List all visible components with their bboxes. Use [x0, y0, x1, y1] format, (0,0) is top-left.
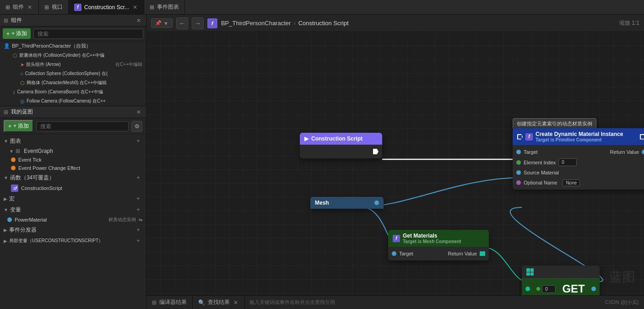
tree-item-capsule[interactable]: ⬡ 胶囊体组件 (CollisionCylinder) 在C++中编 [0, 51, 146, 60]
add-blueprint-button[interactable]: + + 添加 [4, 120, 33, 132]
add-component-button[interactable]: + + 添加 [3, 28, 31, 39]
node-mesh[interactable]: Mesh [310, 197, 384, 209]
source-material-label: Source Material [524, 170, 559, 175]
breadcrumb: BP_ThirdPersonCharacter › Construction S… [221, 20, 349, 27]
variable-power-material[interactable]: PowerMaterial 材质动态实例 ⇆ [0, 215, 146, 224]
section-graph[interactable]: ▼ 图表 + [0, 136, 146, 146]
array-col2 [482, 251, 483, 256]
node-construction-script[interactable]: ▶ Construction Script [300, 133, 382, 158]
bp-add-label: + 添加 [13, 122, 29, 130]
section-functions[interactable]: ▼ 函数（34可覆盖） + [0, 172, 146, 183]
cdmi-exec-out[interactable] [640, 134, 644, 140]
tree-construction-label: ConstructionScript [21, 185, 62, 191]
eventgraph-icon: ⊞ [150, 4, 154, 11]
components-close-btn[interactable]: ✕ [135, 17, 142, 24]
cdmi-pin-optional: Optional Name None [513, 178, 644, 188]
forward-button[interactable]: → [192, 17, 204, 29]
back-button[interactable]: ← [176, 17, 188, 29]
cdmi-exec-in[interactable] [517, 134, 523, 140]
bottom-credit: CSDN @[小瓜] [599, 296, 644, 309]
tree-event-power[interactable]: Event Power Change Effect [0, 164, 146, 172]
tab-components-close[interactable]: ✕ [27, 4, 33, 11]
node-get-materials[interactable]: f Get Materials Target is Mesh Component… [388, 230, 489, 260]
search-icon: 🔍 [198, 299, 205, 306]
tab-construction-close[interactable]: ✕ [132, 4, 138, 11]
chevron-functions-icon: ▼ [4, 175, 8, 180]
mesh-header: Mesh [310, 197, 384, 209]
section-local-vars[interactable]: ▶ 局部变量（USERCONSTRUCTIONSCRIPT） + [0, 235, 146, 246]
exec-out-pin[interactable] [373, 149, 379, 154]
tree-item-mesh-label: 网格体 (CharacterMesh0) 在C++中编辑 [27, 80, 107, 86]
section-dispatchers[interactable]: ▶ 事件分发器 + [0, 224, 146, 235]
section-macro-add[interactable]: + [134, 195, 142, 203]
source-material-pin[interactable] [516, 170, 521, 175]
tab-eventgraph-label: 事件图表 [157, 3, 179, 11]
chevron-eventgraph-icon: ▼ [9, 149, 14, 154]
blueprint-search-input[interactable] [36, 121, 129, 131]
blueprint-close-btn[interactable]: ✕ [135, 108, 142, 116]
construction-title: Construction Script [311, 136, 363, 142]
viewport-icon: ⊞ [44, 4, 49, 11]
add-icon: + [6, 31, 10, 37]
tree-item-arrow[interactable]: ➤ 箭头组件 (Arrow) 在C++中编辑 [0, 60, 146, 69]
tab-find-results[interactable]: 🔍 查找结果 ✕ [193, 296, 245, 309]
tree-event-tick[interactable]: Event Tick [0, 156, 146, 164]
get-materials-target-pin[interactable] [392, 251, 396, 256]
boom-icon: ↕ [13, 89, 16, 95]
breadcrumb-page: Construction Script [298, 20, 349, 27]
pin-button[interactable]: 📌 ▼ [151, 18, 173, 28]
components-search-input[interactable] [33, 29, 143, 39]
var-dot [7, 217, 12, 222]
target-label: Target [524, 149, 538, 155]
get-index-pin[interactable] [536, 287, 540, 291]
get-in-pin[interactable] [525, 287, 530, 291]
section-variables[interactable]: ▼ 变量 + [0, 204, 146, 215]
sphere-icon: ○ [20, 71, 23, 76]
target-in-pin[interactable] [516, 150, 521, 154]
canvas[interactable]: 创建指定元素索引的动态材质实例 ▶ Construction Script [146, 32, 644, 295]
section-functions-add[interactable]: + [134, 173, 142, 182]
person-icon: 👤 [4, 43, 10, 49]
cdmi-pin-target: Target Return Value [513, 147, 644, 157]
tree-item-boom[interactable]: ↕ Camera Boom (CameraBoom) 在C++中编 [0, 87, 146, 97]
section-graph-add[interactable]: + [134, 137, 142, 145]
blueprint-panel: ⊞ 我的蓝图 ✕ + + 添加 ⚙ ▼ 图表 [0, 106, 146, 309]
gear-button[interactable]: ⚙ [131, 121, 142, 132]
tree-item-self[interactable]: 👤 BP_ThirdPersonCharacter（自我） [0, 41, 146, 51]
mesh-out-pin[interactable] [374, 201, 379, 205]
tree-construction-script[interactable]: ↺ ConstructionScript [0, 183, 146, 193]
section-variables-add[interactable]: + [134, 206, 142, 214]
tab-viewport[interactable]: ⊞ 视口 [39, 0, 69, 14]
construction-func-icon: f [74, 4, 81, 11]
construction-header-icon: ▶ [304, 136, 308, 142]
section-macro[interactable]: ▶ 宏 + [0, 193, 146, 204]
get-out-pin[interactable] [591, 287, 596, 291]
element-index-input[interactable] [558, 158, 577, 166]
node-cdmi[interactable]: f Create Dynamic Material Instance Targe… [513, 128, 644, 190]
tree-item-camera[interactable]: ◎ Follow Camera (FollowCamera) 在C++ [0, 97, 146, 106]
return-value-pin[interactable] [642, 150, 644, 154]
get-materials-return-pin[interactable] [480, 251, 485, 256]
tab-eventgraph[interactable]: ⊞ 事件图表 [144, 0, 185, 14]
chevron-dispatchers-icon: ▶ [4, 228, 7, 233]
find-close-btn[interactable]: ✕ [233, 299, 239, 306]
get-label: GET [562, 282, 584, 295]
get-index-input[interactable] [542, 285, 556, 293]
tab-construction[interactable]: f Construction Scr... ✕ [69, 0, 144, 14]
tree-item-mesh[interactable]: ⬡ 网格体 (CharacterMesh0) 在C++中编辑 [0, 78, 146, 87]
arrow-icon: ➤ [20, 62, 24, 68]
section-dispatchers-add[interactable]: + [134, 226, 142, 234]
tree-item-sphere[interactable]: ○ Collection Sphere (CollectionSphere) 在… [0, 69, 146, 78]
get-materials-header: f Get Materials Target is Mesh Component [388, 230, 489, 247]
section-local-vars-add[interactable]: + [134, 237, 142, 245]
tab-compiler-results[interactable]: ⊞ 编译器结果 [146, 296, 193, 309]
components-icon: ⊞ [5, 4, 10, 11]
section-eventgraph[interactable]: ▼ ⊞ EventGraph [0, 146, 146, 156]
chevron-down-icon: ▼ [4, 139, 8, 144]
bottom-bar: ⊞ 编译器结果 🔍 查找结果 ✕ 输入关键词或事件名称并点击查找引用 CSDN … [146, 295, 644, 309]
find-label: 查找结果 [208, 298, 230, 306]
tab-components[interactable]: ⊞ 组件 ✕ [0, 0, 39, 14]
element-index-pin[interactable] [516, 160, 521, 165]
node-get[interactable]: GET [522, 266, 600, 295]
optional-name-pin[interactable] [516, 180, 521, 185]
